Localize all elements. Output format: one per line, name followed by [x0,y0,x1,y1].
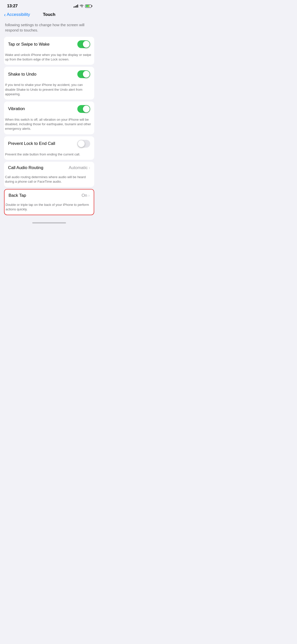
setting-description-call-audio-routing: Call audio routing determines where audi… [4,175,94,187]
toggle-vibration[interactable] [77,105,90,113]
setting-row-prevent-lock[interactable]: Prevent Lock to End Call [4,136,94,151]
back-chevron-icon: ‹ [4,12,6,17]
setting-card-shake-to-undo[interactable]: Shake to UndoIf you tend to shake your i… [4,67,94,100]
toggle-knob-shake-to-undo [83,71,90,78]
setting-card-prevent-lock[interactable]: Prevent Lock to End CallPrevent the side… [4,136,94,160]
toggle-knob-tap-swipe-wake [83,41,90,48]
setting-label-tap-swipe-wake: Tap or Swipe to Wake [8,42,50,47]
toggle-shake-to-undo[interactable] [77,70,90,78]
nav-chevron-icon-back-tap: › [88,193,90,198]
back-label: Accessibility [7,12,30,17]
status-icons: ⚡ [74,5,92,8]
page-title: Touch [43,12,55,17]
home-bar [32,222,66,223]
nav-chevron-icon-call-audio-routing: › [89,165,90,170]
nav-value-back-tap: On› [82,193,90,198]
nav-value-text-call-audio-routing: Automatic [69,165,88,170]
setting-description-tap-swipe-wake: Wake and unlock iPhone when you tap the … [4,53,94,65]
status-time: 13:27 [7,4,18,9]
toggle-knob-vibration [83,106,90,112]
setting-label-call-audio-routing: Call Audio Routing [8,165,43,170]
toggle-tap-swipe-wake[interactable] [77,40,90,48]
signal-bars-icon [74,5,78,8]
nav-value-call-audio-routing: Automatic› [69,165,90,170]
status-bar: 13:27 ⚡ [0,0,98,11]
toggle-prevent-lock[interactable] [77,140,90,148]
setting-row-tap-swipe-wake[interactable]: Tap or Swipe to Wake [4,37,94,52]
setting-description-prevent-lock: Prevent the side button from ending the … [4,152,94,160]
setting-label-shake-to-undo: Shake to Undo [8,72,36,77]
settings-list: Tap or Swipe to WakeWake and unlock iPho… [4,37,94,215]
home-indicator [0,217,98,226]
back-button[interactable]: ‹ Accessibility [4,12,30,17]
setting-row-call-audio-routing[interactable]: Call Audio RoutingAutomatic› [4,162,94,174]
battery-icon: ⚡ [85,5,92,8]
setting-row-back-tap[interactable]: Back TapOn› [5,189,94,202]
setting-label-back-tap: Back Tap [9,193,26,198]
setting-row-vibration[interactable]: Vibration [4,102,94,116]
nav-value-text-back-tap: On [82,193,87,198]
setting-description-vibration: When this switch is off, all vibration o… [4,117,94,134]
intro-text: following settings to change how the scr… [4,20,94,37]
setting-card-vibration[interactable]: VibrationWhen this switch is off, all vi… [4,102,94,134]
setting-label-prevent-lock: Prevent Lock to End Call [8,141,55,146]
setting-card-call-audio-routing[interactable]: Call Audio RoutingAutomatic›Call audio r… [4,162,94,187]
setting-row-shake-to-undo[interactable]: Shake to Undo [4,67,94,82]
setting-card-back-tap[interactable]: Back TapOn›Double or triple tap on the b… [4,189,94,215]
toggle-knob-prevent-lock [78,140,85,147]
setting-description-back-tap: Double or triple tap on the back of your… [5,203,94,215]
setting-card-tap-swipe-wake[interactable]: Tap or Swipe to WakeWake and unlock iPho… [4,37,94,65]
wifi-icon [80,5,84,8]
nav-header: ‹ Accessibility Touch [0,11,98,20]
setting-description-shake-to-undo: If you tend to shake your iPhone by acci… [4,83,94,100]
settings-content: following settings to change how the scr… [0,20,98,215]
setting-label-vibration: Vibration [8,106,25,111]
